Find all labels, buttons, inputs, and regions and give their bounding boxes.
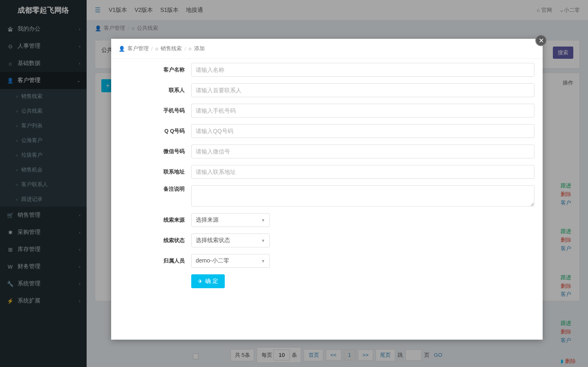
- circle-icon: ○: [155, 46, 159, 52]
- customer-name-label: 客户名称: [119, 66, 191, 73]
- caret-down-icon: ▼: [261, 238, 265, 243]
- contact-label: 联系人: [119, 87, 191, 94]
- modal-bc-l1[interactable]: 客户管理: [127, 45, 149, 52]
- phone-input[interactable]: [191, 104, 534, 118]
- contact-input[interactable]: [191, 83, 534, 97]
- status-label: 线索状态: [119, 237, 191, 244]
- modal-bc-l2[interactable]: 销售线索: [161, 45, 182, 52]
- submit-label: 确 定: [205, 278, 218, 285]
- add-lead-modal: ✕ 👤 客户管理 / ○ 销售线索 / ○ 添加 客户名称 联系人 手机号码 Q…: [111, 39, 543, 340]
- phone-label: 手机号码: [119, 107, 191, 114]
- source-label: 线索来源: [119, 216, 191, 224]
- caret-down-icon: ▼: [261, 218, 265, 222]
- status-value: 选择线索状态: [196, 237, 230, 244]
- separator: /: [184, 46, 186, 52]
- source-value: 选择来源: [196, 216, 219, 224]
- remark-label: 备注说明: [119, 185, 191, 193]
- wechat-input[interactable]: [191, 145, 534, 158]
- close-icon[interactable]: ✕: [535, 35, 547, 46]
- user-icon: 👤: [118, 46, 125, 52]
- owner-select[interactable]: demo-小二零▼: [191, 254, 270, 268]
- circle-icon: ○: [188, 46, 192, 52]
- status-select[interactable]: 选择线索状态▼: [191, 234, 270, 247]
- modal-breadcrumb: 👤 客户管理 / ○ 销售线索 / ○ 添加: [111, 39, 543, 59]
- source-select[interactable]: 选择来源▼: [191, 213, 270, 227]
- separator: /: [151, 46, 153, 52]
- lead-form: 客户名称 联系人 手机号码 Q Q号码 微信号码 联系地址 备注说明 线索来源选…: [111, 59, 543, 292]
- owner-value: demo-小二零: [196, 257, 229, 265]
- customer-name-input[interactable]: [191, 63, 534, 77]
- caret-down-icon: ▼: [261, 259, 265, 263]
- paper-plane-icon: ✈: [198, 278, 203, 285]
- modal-bc-l3: 添加: [194, 45, 205, 52]
- owner-label: 归属人员: [119, 257, 191, 265]
- wechat-label: 微信号码: [119, 148, 191, 155]
- qq-input[interactable]: [191, 124, 534, 138]
- remark-textarea[interactable]: [191, 185, 534, 207]
- qq-label: Q Q号码: [119, 127, 191, 135]
- submit-button[interactable]: ✈确 定: [191, 274, 225, 288]
- address-input[interactable]: [191, 165, 534, 179]
- address-label: 联系地址: [119, 168, 191, 176]
